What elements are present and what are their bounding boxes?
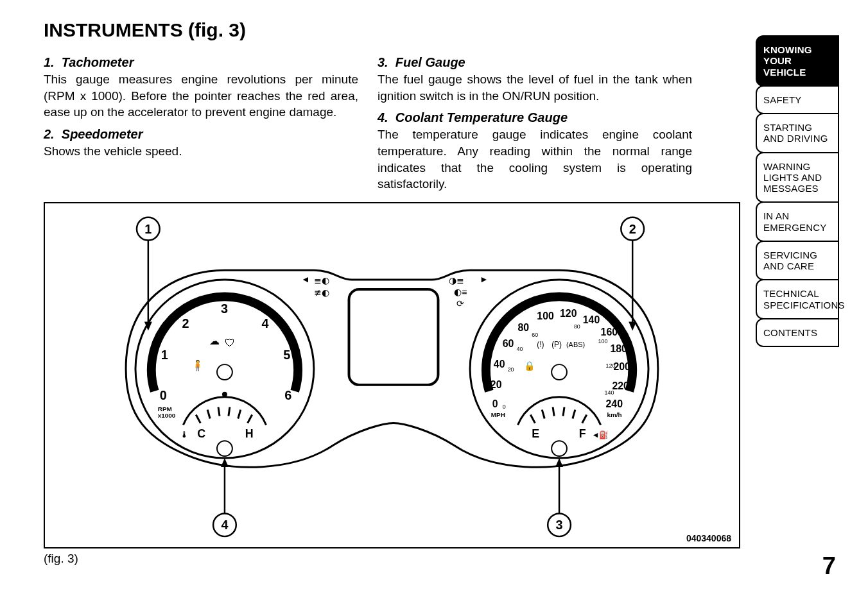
tab-safety[interactable]: SAFETY	[756, 85, 839, 114]
item-3-head: 3. Fuel Gauge	[378, 54, 692, 71]
section-tabs-sidebar: KNOWING YOUR VEHICLE SAFETY STARTING AND…	[756, 35, 839, 346]
svg-text:≢◐: ≢◐	[314, 287, 329, 298]
svg-text:0: 0	[160, 388, 167, 402]
svg-text:(P): (P)	[551, 340, 562, 349]
svg-line-63	[553, 407, 554, 416]
text-column-right: 3. Fuel Gauge The fuel gauge shows the l…	[378, 50, 692, 198]
item-2-body: Shows the vehicle speed.	[44, 143, 358, 160]
svg-text:🔒: 🔒	[524, 361, 535, 371]
svg-line-64	[563, 407, 564, 416]
item-2-head: 2. Speedometer	[44, 126, 358, 143]
svg-text:20: 20	[508, 366, 514, 373]
tab-starting-and-driving[interactable]: STARTING AND DRIVING	[756, 113, 839, 153]
svg-text:🧍: 🧍	[191, 359, 204, 371]
svg-text:60: 60	[532, 332, 538, 338]
svg-text:0: 0	[503, 404, 506, 410]
center-display	[349, 289, 438, 385]
figure-box: 0 1 2 3 4 5 6 RPM x1000 ☁ 🛡 🧍	[44, 202, 740, 548]
callout-3: 3	[548, 458, 571, 536]
svg-text:F: F	[579, 427, 586, 440]
svg-text:140: 140	[583, 314, 600, 325]
svg-text:4: 4	[262, 316, 269, 330]
svg-text:◄⛽: ◄⛽	[592, 430, 609, 439]
svg-text:40: 40	[494, 359, 505, 370]
svg-text:100: 100	[537, 310, 554, 321]
page-number: 7	[822, 552, 836, 580]
figure-code: 040340068	[686, 533, 731, 543]
svg-text:0: 0	[492, 398, 498, 409]
svg-line-16	[207, 410, 210, 419]
svg-text:🛡: 🛡	[225, 337, 235, 348]
item-1-body: This gauge measures engine revolutions p…	[44, 71, 358, 121]
svg-text:(!): (!)	[537, 340, 544, 349]
svg-point-1	[217, 364, 232, 380]
svg-text:20: 20	[490, 379, 502, 390]
tab-in-an-emergency[interactable]: IN AN EMERGENCY	[756, 201, 839, 242]
svg-text:◑≣: ◑≣	[449, 275, 464, 285]
svg-text:5: 5	[283, 348, 290, 362]
svg-text:100: 100	[598, 338, 608, 344]
tab-warning-lights[interactable]: WARNING LIGHTS AND MESSAGES	[756, 152, 839, 203]
svg-text:C: C	[197, 427, 205, 440]
svg-text:1: 1	[161, 348, 168, 362]
icon-column-left: ◄ ≣◐ ≢◐	[301, 274, 329, 298]
svg-text:E: E	[532, 427, 539, 440]
svg-line-65	[573, 410, 575, 419]
figure-caption: (fig. 3)	[44, 552, 78, 566]
svg-text:120: 120	[606, 362, 616, 369]
item-4-body: The temperature gauge indicates engine c…	[378, 126, 692, 192]
svg-text:(ABS): (ABS)	[566, 341, 585, 348]
svg-text:200: 200	[613, 361, 630, 372]
svg-text:H: H	[245, 427, 254, 440]
svg-marker-82	[555, 458, 563, 467]
svg-text:4: 4	[221, 518, 228, 532]
svg-text:180: 180	[610, 343, 627, 354]
svg-point-33	[551, 364, 567, 380]
svg-text:◐≡: ◐≡	[454, 287, 467, 297]
svg-text:x1000: x1000	[158, 412, 176, 419]
svg-text:►: ►	[480, 274, 489, 284]
page-heading: INSTRUMENTS (fig. 3)	[44, 19, 750, 41]
svg-line-62	[542, 410, 544, 419]
svg-text:60: 60	[503, 338, 514, 349]
svg-text:☁: ☁	[209, 336, 220, 346]
text-column-left: 1. Tachometer This gauge measures engine…	[44, 50, 358, 198]
tab-servicing-and-care[interactable]: SERVICING AND CARE	[756, 241, 839, 281]
svg-marker-78	[629, 322, 636, 331]
svg-text:≣◐: ≣◐	[314, 275, 329, 285]
tachometer-gauge: 0 1 2 3 4 5 6 RPM x1000 ☁ 🛡 🧍	[135, 280, 314, 458]
svg-text:🌡: 🌡	[180, 429, 189, 439]
icon-column-right: ► ◑≣ ◐≡ ⟳	[449, 274, 488, 309]
svg-text:40: 40	[517, 346, 523, 352]
svg-line-18	[229, 407, 230, 416]
svg-text:140: 140	[605, 389, 614, 396]
svg-line-19	[238, 410, 241, 419]
callout-2: 2	[621, 217, 644, 331]
svg-line-17	[218, 407, 220, 416]
svg-text:⟳: ⟳	[456, 298, 464, 309]
svg-text:MPH: MPH	[491, 411, 505, 418]
speedometer-gauge: 0 20 40 60 80 100 120 140 160 180 200 22…	[470, 280, 648, 458]
svg-text:220: 220	[612, 380, 629, 391]
tab-contents[interactable]: CONTENTS	[756, 318, 839, 347]
svg-text:2: 2	[629, 222, 636, 236]
svg-text:6: 6	[284, 388, 291, 402]
tab-technical-specs[interactable]: TECHNICAL SPECIFICATIONS	[756, 279, 839, 319]
svg-line-20	[248, 415, 252, 423]
coolant-temp-gauge: C H 🌡	[180, 397, 266, 456]
svg-text:3: 3	[221, 302, 228, 316]
svg-point-67	[551, 441, 567, 456]
svg-text:80: 80	[574, 323, 580, 330]
svg-text:240: 240	[606, 398, 623, 409]
svg-line-15	[196, 415, 200, 423]
svg-point-21	[217, 441, 232, 456]
svg-text:km/h: km/h	[607, 411, 622, 418]
fuel-gauge: E F ◄⛽	[518, 397, 609, 456]
svg-text:2: 2	[182, 316, 189, 330]
svg-text:120: 120	[560, 308, 577, 319]
svg-line-66	[582, 415, 587, 423]
svg-text:3: 3	[556, 518, 563, 532]
tab-knowing-your-vehicle[interactable]: KNOWING YOUR VEHICLE	[756, 35, 839, 87]
svg-text:80: 80	[518, 322, 530, 333]
svg-text:◄: ◄	[301, 274, 310, 284]
